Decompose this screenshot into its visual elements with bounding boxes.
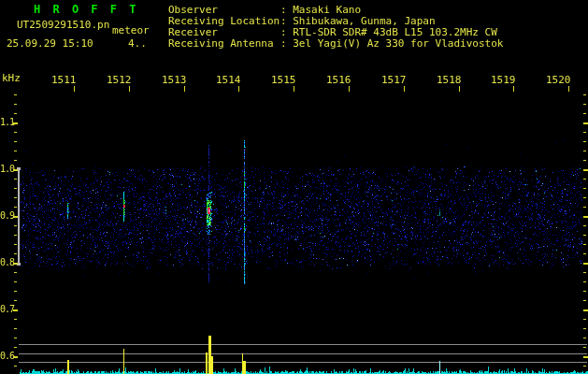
spectrogram-canvas <box>0 0 588 374</box>
time-axis-label: 1517 <box>381 74 407 86</box>
time-axis-label: 1513 <box>162 74 187 86</box>
time-axis-label: 1511 <box>51 74 77 86</box>
time-axis-label: 1520 <box>546 74 571 86</box>
time-axis-label: 1518 <box>437 74 462 86</box>
info-value: : 3el Yagi(V) Az 330 for Vladivostok <box>280 37 503 50</box>
freq-axis-label: 0.9 <box>0 210 14 221</box>
hrofft-window: H R O F F T UT2509291510.pn meteor 25.09… <box>0 0 588 374</box>
time-axis-label: 1514 <box>216 74 241 86</box>
time-axis-label: 1512 <box>107 74 132 86</box>
freq-axis-unit-label: kHz <box>2 72 21 84</box>
freq-axis-label: 0.6 <box>0 351 14 361</box>
freq-axis-label: 0.8 <box>0 257 14 267</box>
freq-axis-label: 1.0 <box>0 164 14 174</box>
info-label: Receiving Antenna <box>168 37 274 50</box>
freq-axis-label: 1.1 <box>0 117 14 127</box>
station-info: Observer: Masaki KanoReceiving Location:… <box>0 0 588 56</box>
freq-axis-label: 0.7 <box>0 304 14 314</box>
time-axis-label: 1516 <box>326 74 351 86</box>
time-axis-label: 1519 <box>491 74 516 86</box>
time-axis-label: 1515 <box>271 74 296 86</box>
